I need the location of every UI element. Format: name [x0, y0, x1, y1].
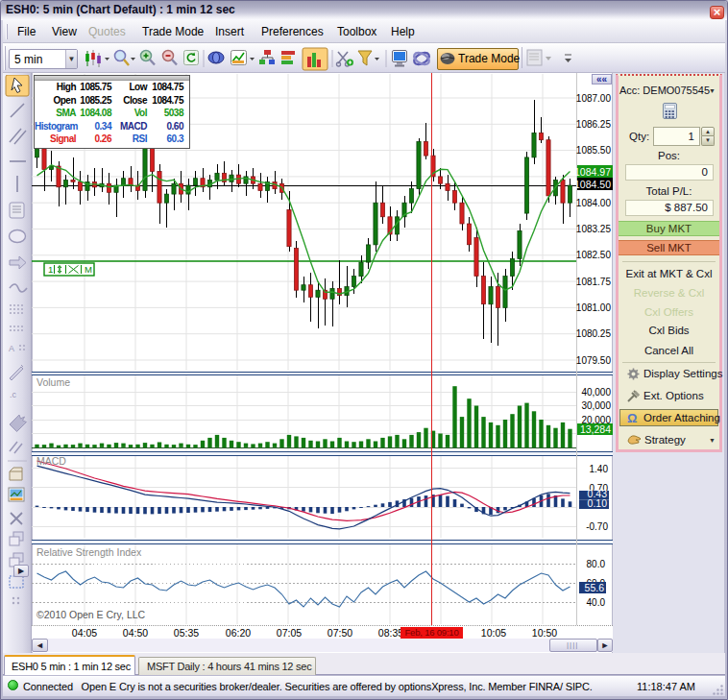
svg-text:1085.50: 1085.50 [576, 145, 612, 156]
svg-text:1: 1 [48, 264, 53, 275]
svg-text:1082.50: 1082.50 [576, 250, 612, 260]
svg-text:MACD: MACD [36, 455, 66, 467]
svg-text:0.10: 0.10 [588, 497, 608, 509]
svg-text:©2010 Open E Cry, LLC: ©2010 Open E Cry, LLC [36, 609, 146, 620]
svg-text:40.0: 40.0 [587, 597, 606, 608]
svg-text:.c: .c [10, 390, 17, 399]
svg-text:1079.50: 1079.50 [576, 355, 612, 366]
svg-text:1086.25: 1086.25 [576, 119, 612, 130]
svg-text:55.6: 55.6 [585, 582, 605, 593]
svg-text:1081.00: 1081.00 [576, 302, 612, 313]
svg-text:1084.50: 1084.50 [574, 179, 611, 190]
svg-text:Relative Strength Index: Relative Strength Index [36, 546, 142, 558]
svg-text:A: A [9, 344, 14, 353]
svg-text:1081.75: 1081.75 [576, 277, 612, 287]
svg-text:Volume: Volume [36, 376, 70, 388]
svg-text:80.0: 80.0 [587, 559, 606, 569]
svg-text:1080.25: 1080.25 [576, 328, 612, 339]
svg-text:1087.00: 1087.00 [576, 93, 612, 104]
svg-text:13,284: 13,284 [580, 423, 611, 435]
svg-text:40,000: 40,000 [581, 387, 611, 398]
svg-text:-0.70: -0.70 [586, 521, 608, 532]
svg-text:1.40: 1.40 [590, 464, 609, 474]
svg-text:1084.97: 1084.97 [574, 166, 611, 178]
svg-text:1083.25: 1083.25 [576, 224, 612, 234]
svg-text:1084.00: 1084.00 [576, 198, 612, 208]
svg-text:M: M [85, 264, 92, 275]
svg-text:30,000: 30,000 [581, 400, 611, 411]
